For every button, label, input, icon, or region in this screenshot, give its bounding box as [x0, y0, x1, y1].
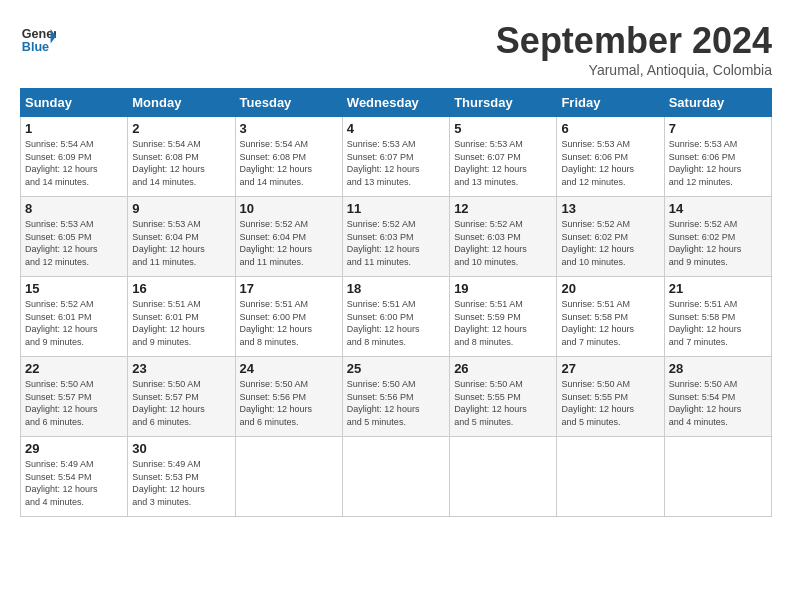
calendar-cell: 7Sunrise: 5:53 AM Sunset: 6:06 PM Daylig… [664, 117, 771, 197]
calendar-cell: 13Sunrise: 5:52 AM Sunset: 6:02 PM Dayli… [557, 197, 664, 277]
day-info: Sunrise: 5:52 AM Sunset: 6:02 PM Dayligh… [561, 218, 659, 268]
day-number: 22 [25, 361, 123, 376]
col-header-sunday: Sunday [21, 89, 128, 117]
calendar-cell: 5Sunrise: 5:53 AM Sunset: 6:07 PM Daylig… [450, 117, 557, 197]
day-info: Sunrise: 5:53 AM Sunset: 6:06 PM Dayligh… [669, 138, 767, 188]
day-number: 14 [669, 201, 767, 216]
calendar-cell: 2Sunrise: 5:54 AM Sunset: 6:08 PM Daylig… [128, 117, 235, 197]
day-number: 11 [347, 201, 445, 216]
day-number: 3 [240, 121, 338, 136]
day-info: Sunrise: 5:53 AM Sunset: 6:06 PM Dayligh… [561, 138, 659, 188]
logo: General Blue [20, 20, 56, 56]
calendar-cell: 3Sunrise: 5:54 AM Sunset: 6:08 PM Daylig… [235, 117, 342, 197]
day-info: Sunrise: 5:50 AM Sunset: 5:57 PM Dayligh… [25, 378, 123, 428]
logo-icon: General Blue [20, 20, 56, 56]
calendar-cell: 30Sunrise: 5:49 AM Sunset: 5:53 PM Dayli… [128, 437, 235, 517]
calendar-cell: 17Sunrise: 5:51 AM Sunset: 6:00 PM Dayli… [235, 277, 342, 357]
day-info: Sunrise: 5:54 AM Sunset: 6:08 PM Dayligh… [240, 138, 338, 188]
day-number: 8 [25, 201, 123, 216]
calendar-cell: 14Sunrise: 5:52 AM Sunset: 6:02 PM Dayli… [664, 197, 771, 277]
day-number: 4 [347, 121, 445, 136]
day-info: Sunrise: 5:51 AM Sunset: 5:59 PM Dayligh… [454, 298, 552, 348]
calendar-cell [557, 437, 664, 517]
day-info: Sunrise: 5:50 AM Sunset: 5:54 PM Dayligh… [669, 378, 767, 428]
day-number: 16 [132, 281, 230, 296]
calendar-cell: 10Sunrise: 5:52 AM Sunset: 6:04 PM Dayli… [235, 197, 342, 277]
calendar-cell: 16Sunrise: 5:51 AM Sunset: 6:01 PM Dayli… [128, 277, 235, 357]
calendar-cell [664, 437, 771, 517]
calendar-cell: 22Sunrise: 5:50 AM Sunset: 5:57 PM Dayli… [21, 357, 128, 437]
calendar-cell: 29Sunrise: 5:49 AM Sunset: 5:54 PM Dayli… [21, 437, 128, 517]
calendar-cell: 6Sunrise: 5:53 AM Sunset: 6:06 PM Daylig… [557, 117, 664, 197]
calendar-cell: 19Sunrise: 5:51 AM Sunset: 5:59 PM Dayli… [450, 277, 557, 357]
day-number: 30 [132, 441, 230, 456]
page-header: General Blue September 2024 Yarumal, Ant… [20, 20, 772, 78]
day-number: 1 [25, 121, 123, 136]
col-header-tuesday: Tuesday [235, 89, 342, 117]
day-info: Sunrise: 5:53 AM Sunset: 6:05 PM Dayligh… [25, 218, 123, 268]
calendar-cell: 12Sunrise: 5:52 AM Sunset: 6:03 PM Dayli… [450, 197, 557, 277]
calendar-cell: 15Sunrise: 5:52 AM Sunset: 6:01 PM Dayli… [21, 277, 128, 357]
col-header-friday: Friday [557, 89, 664, 117]
day-number: 23 [132, 361, 230, 376]
calendar-cell: 11Sunrise: 5:52 AM Sunset: 6:03 PM Dayli… [342, 197, 449, 277]
day-info: Sunrise: 5:50 AM Sunset: 5:56 PM Dayligh… [240, 378, 338, 428]
calendar-cell: 18Sunrise: 5:51 AM Sunset: 6:00 PM Dayli… [342, 277, 449, 357]
day-number: 25 [347, 361, 445, 376]
day-info: Sunrise: 5:53 AM Sunset: 6:07 PM Dayligh… [347, 138, 445, 188]
day-info: Sunrise: 5:51 AM Sunset: 5:58 PM Dayligh… [561, 298, 659, 348]
day-info: Sunrise: 5:51 AM Sunset: 6:00 PM Dayligh… [347, 298, 445, 348]
day-number: 18 [347, 281, 445, 296]
day-info: Sunrise: 5:52 AM Sunset: 6:03 PM Dayligh… [347, 218, 445, 268]
day-info: Sunrise: 5:52 AM Sunset: 6:02 PM Dayligh… [669, 218, 767, 268]
day-info: Sunrise: 5:50 AM Sunset: 5:56 PM Dayligh… [347, 378, 445, 428]
day-info: Sunrise: 5:49 AM Sunset: 5:54 PM Dayligh… [25, 458, 123, 508]
calendar-cell: 26Sunrise: 5:50 AM Sunset: 5:55 PM Dayli… [450, 357, 557, 437]
col-header-thursday: Thursday [450, 89, 557, 117]
day-info: Sunrise: 5:51 AM Sunset: 5:58 PM Dayligh… [669, 298, 767, 348]
day-number: 26 [454, 361, 552, 376]
svg-text:Blue: Blue [22, 40, 49, 54]
calendar-cell [342, 437, 449, 517]
calendar-cell: 4Sunrise: 5:53 AM Sunset: 6:07 PM Daylig… [342, 117, 449, 197]
day-number: 5 [454, 121, 552, 136]
day-number: 27 [561, 361, 659, 376]
day-number: 2 [132, 121, 230, 136]
day-number: 28 [669, 361, 767, 376]
day-info: Sunrise: 5:54 AM Sunset: 6:08 PM Dayligh… [132, 138, 230, 188]
day-info: Sunrise: 5:52 AM Sunset: 6:01 PM Dayligh… [25, 298, 123, 348]
day-number: 7 [669, 121, 767, 136]
day-number: 19 [454, 281, 552, 296]
calendar-table: SundayMondayTuesdayWednesdayThursdayFrid… [20, 88, 772, 517]
day-info: Sunrise: 5:52 AM Sunset: 6:04 PM Dayligh… [240, 218, 338, 268]
day-number: 20 [561, 281, 659, 296]
calendar-cell [450, 437, 557, 517]
calendar-cell: 23Sunrise: 5:50 AM Sunset: 5:57 PM Dayli… [128, 357, 235, 437]
calendar-cell [235, 437, 342, 517]
day-number: 6 [561, 121, 659, 136]
day-number: 17 [240, 281, 338, 296]
calendar-cell: 25Sunrise: 5:50 AM Sunset: 5:56 PM Dayli… [342, 357, 449, 437]
calendar-cell: 24Sunrise: 5:50 AM Sunset: 5:56 PM Dayli… [235, 357, 342, 437]
calendar-cell: 27Sunrise: 5:50 AM Sunset: 5:55 PM Dayli… [557, 357, 664, 437]
location: Yarumal, Antioquia, Colombia [496, 62, 772, 78]
day-info: Sunrise: 5:51 AM Sunset: 6:01 PM Dayligh… [132, 298, 230, 348]
col-header-wednesday: Wednesday [342, 89, 449, 117]
calendar-cell: 8Sunrise: 5:53 AM Sunset: 6:05 PM Daylig… [21, 197, 128, 277]
day-info: Sunrise: 5:50 AM Sunset: 5:57 PM Dayligh… [132, 378, 230, 428]
title-block: September 2024 Yarumal, Antioquia, Colom… [496, 20, 772, 78]
calendar-cell: 1Sunrise: 5:54 AM Sunset: 6:09 PM Daylig… [21, 117, 128, 197]
day-info: Sunrise: 5:53 AM Sunset: 6:04 PM Dayligh… [132, 218, 230, 268]
calendar-cell: 28Sunrise: 5:50 AM Sunset: 5:54 PM Dayli… [664, 357, 771, 437]
day-number: 21 [669, 281, 767, 296]
day-info: Sunrise: 5:50 AM Sunset: 5:55 PM Dayligh… [454, 378, 552, 428]
day-number: 10 [240, 201, 338, 216]
col-header-saturday: Saturday [664, 89, 771, 117]
day-info: Sunrise: 5:52 AM Sunset: 6:03 PM Dayligh… [454, 218, 552, 268]
day-info: Sunrise: 5:51 AM Sunset: 6:00 PM Dayligh… [240, 298, 338, 348]
day-number: 24 [240, 361, 338, 376]
calendar-cell: 9Sunrise: 5:53 AM Sunset: 6:04 PM Daylig… [128, 197, 235, 277]
day-info: Sunrise: 5:54 AM Sunset: 6:09 PM Dayligh… [25, 138, 123, 188]
day-info: Sunrise: 5:50 AM Sunset: 5:55 PM Dayligh… [561, 378, 659, 428]
calendar-cell: 20Sunrise: 5:51 AM Sunset: 5:58 PM Dayli… [557, 277, 664, 357]
